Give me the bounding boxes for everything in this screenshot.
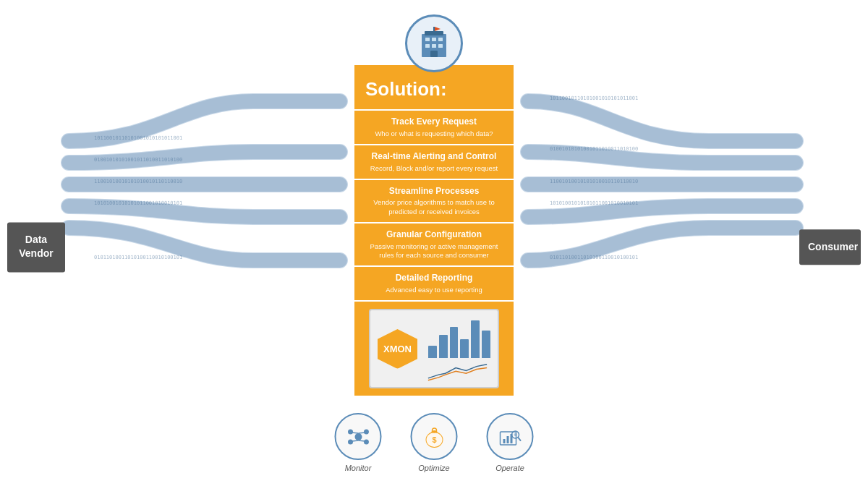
svg-line-30 [358, 440, 365, 441]
svg-text:10110010110101001010101011001: 10110010110101001010101011001 [550, 95, 638, 101]
feature-item-1: Track Every Request Who or what is reque… [354, 109, 514, 144]
svg-point-25 [348, 439, 353, 444]
feature-sub-5: Advanced easy to use reporting [363, 286, 505, 294]
data-vendor-label: Data Vendor [19, 234, 53, 260]
svg-rect-19 [430, 51, 438, 57]
optimize-icon-svg: $ [420, 423, 448, 451]
svg-rect-13 [425, 38, 430, 41]
consumer-box: Consumer [799, 229, 861, 265]
xmon-hexagon: XMON [378, 329, 417, 369]
bottom-icon-optimize: $ Optimize [411, 413, 458, 472]
svg-text:10110010110101001010101011001: 10110010110101001010101011001 [94, 135, 182, 141]
main-container: 10110010110101 [0, 0, 868, 494]
svg-point-22 [354, 433, 362, 440]
svg-point-26 [364, 439, 369, 444]
svg-text:01011010011010100110010100101: 01011010011010100110010100101 [94, 255, 182, 260]
chart-bar-6 [482, 331, 490, 357]
xmon-logo: XMON [378, 329, 417, 369]
feature-item-3: Streamline Processes Vendor price algori… [354, 179, 514, 222]
svg-text:10101001010101011001010010101: 10101001010101011001010010101 [550, 200, 638, 206]
svg-rect-15 [438, 38, 443, 41]
optimize-label: Optimize [418, 464, 449, 472]
monitor-icon-circle [335, 413, 382, 460]
chart-bars [427, 316, 492, 357]
consumer-label: Consumer [808, 241, 858, 252]
chart-bar-1 [428, 346, 437, 358]
svg-line-27 [352, 433, 358, 433]
center-column: Solution: Track Every Request Who or wha… [354, 14, 514, 396]
bottom-icons: Monitor $ Optimize [335, 413, 534, 472]
feature-item-2: Real-time Alerting and Control Record, B… [354, 144, 514, 179]
svg-line-40 [518, 438, 520, 440]
feature-title-5: Detailed Reporting [363, 273, 505, 284]
operate-label: Operate [495, 464, 524, 472]
svg-rect-20 [433, 27, 435, 33]
building-icon [405, 14, 463, 72]
chart-bar-5 [471, 320, 480, 358]
solution-box: Solution: Track Every Request Who or wha… [354, 65, 514, 396]
svg-point-23 [348, 429, 353, 434]
chart-bar-3 [450, 327, 459, 358]
svg-text:01011010011010100110010100101: 01011010011010100110010100101 [550, 255, 638, 260]
monitor-label: Monitor [345, 464, 372, 472]
svg-rect-14 [432, 38, 436, 41]
svg-text:$: $ [432, 435, 436, 444]
svg-rect-17 [432, 44, 436, 48]
data-vendor-box: Data Vendor [7, 222, 65, 272]
svg-text:11001010010101010010110110010: 11001010010101010010110110010 [550, 179, 638, 184]
svg-rect-18 [438, 44, 443, 48]
svg-line-29 [352, 440, 358, 441]
feature-item-5: Detailed Reporting Advanced easy to use … [354, 265, 514, 300]
svg-point-24 [364, 429, 369, 434]
svg-marker-21 [435, 27, 441, 31]
chart-bar-2 [439, 335, 448, 358]
xmon-dashboard: XMON [369, 309, 499, 388]
svg-line-28 [358, 433, 365, 433]
svg-rect-37 [506, 436, 509, 443]
operate-icon-svg [496, 423, 524, 451]
xmon-box: XMON [354, 300, 514, 396]
feature-title-3: Streamline Processes [363, 186, 505, 197]
svg-text:01001010101001011010011010100: 01001010101001011010011010100 [550, 146, 638, 152]
line-chart-svg [427, 361, 488, 382]
feature-sub-4: Passive monitoring or active management … [363, 242, 505, 260]
optimize-icon-circle: $ [411, 413, 458, 460]
xmon-chart [427, 316, 492, 381]
svg-rect-16 [425, 44, 430, 48]
feature-title-2: Real-time Alerting and Control [363, 151, 505, 163]
monitor-icon-svg [344, 423, 372, 451]
solution-title: Solution: [365, 78, 447, 100]
svg-point-41 [514, 433, 516, 436]
feature-title-4: Granular Configuration [363, 229, 505, 241]
feature-sub-1: Who or what is requesting which data? [363, 129, 505, 138]
feature-sub-3: Vendor price algorithms to match use to … [363, 198, 505, 216]
svg-text:11001010010101010010110110010: 11001010010101010010110110010 [94, 179, 182, 184]
bottom-icon-monitor: Monitor [335, 413, 382, 472]
feature-item-4: Granular Configuration Passive monitorin… [354, 222, 514, 265]
svg-text:10101001010101011001010010101: 10101001010101011001010010101 [94, 200, 182, 206]
feature-title-1: Track Every Request [363, 116, 505, 128]
operate-icon-circle [487, 413, 534, 460]
svg-text:01001010101001011010011010100: 01001010101001011010011010100 [94, 157, 182, 163]
bottom-icon-operate: Operate [487, 413, 534, 472]
xmon-brand-text: XMON [383, 344, 412, 354]
svg-rect-36 [503, 439, 505, 443]
chart-bar-4 [460, 339, 469, 358]
feature-sub-2: Record, Block and/or report every reques… [363, 164, 505, 173]
